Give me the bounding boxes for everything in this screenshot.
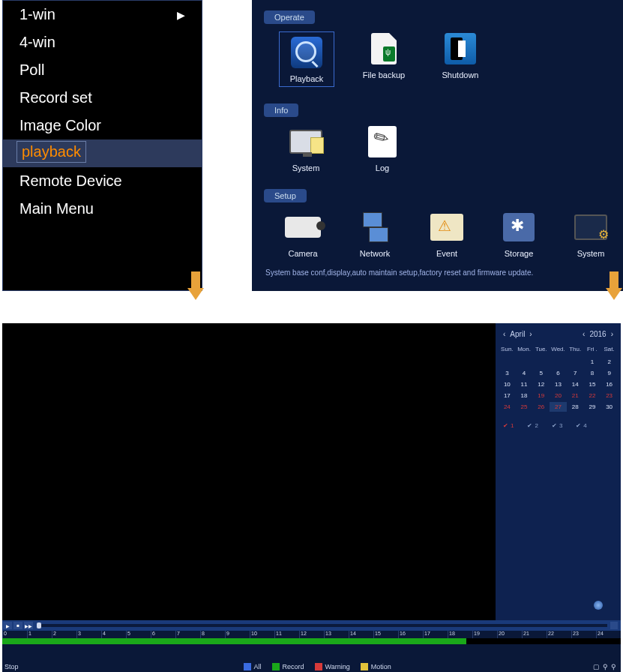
calendar-day[interactable]: 15 — [584, 380, 601, 389]
zoom-out-icon[interactable]: ⚲ — [611, 663, 616, 670]
calendar-day[interactable]: 6 — [550, 368, 567, 378]
seek-thumb[interactable] — [37, 622, 41, 628]
ruler-tick: 13 — [324, 631, 349, 638]
disc-icon[interactable] — [594, 601, 603, 610]
info-log-button[interactable]: Log — [355, 124, 409, 172]
calendar-day[interactable]: 4 — [516, 368, 533, 378]
calendar-day[interactable]: 14 — [567, 380, 584, 389]
ruler-hours: 0123456789101112131415161718192021222324 — [2, 631, 621, 638]
ruler-tick: 8 — [200, 631, 225, 638]
calendar-day[interactable]: 25 — [516, 402, 533, 412]
playback-video-area[interactable] — [2, 323, 496, 620]
next-month-button[interactable]: › — [529, 330, 532, 338]
next-year-button[interactable]: › — [611, 330, 613, 338]
ctx-item-remotedevice[interactable]: Remote Device — [3, 167, 202, 195]
ctx-item-4win[interactable]: 4-win — [3, 28, 202, 56]
ruler-tick: 6 — [151, 631, 175, 638]
calendar-day[interactable]: 9 — [601, 368, 618, 378]
setup-network-button[interactable]: Network — [348, 210, 402, 258]
ruler-tick: 23 — [571, 631, 596, 638]
calendar-day[interactable]: 11 — [516, 380, 533, 389]
dow-label: Sun. — [499, 344, 516, 356]
icon-label: Shutdown — [442, 70, 479, 80]
calendar-day[interactable]: 8 — [584, 368, 601, 378]
ctx-label: Record set — [19, 89, 92, 106]
ctx-item-imagecolor[interactable]: Image Color — [3, 112, 202, 140]
info-row: System Log — [252, 123, 623, 178]
calendar-day[interactable]: 26 — [532, 402, 550, 412]
calendar-day[interactable]: 10 — [499, 380, 516, 389]
calendar-day[interactable]: 27 — [550, 402, 567, 412]
calendar-day[interactable]: 18 — [516, 391, 533, 400]
calendar-day[interactable]: 16 — [601, 380, 618, 389]
calendar-day[interactable]: 28 — [567, 402, 584, 412]
calendar-day[interactable]: 3 — [499, 368, 516, 378]
calendar-day[interactable]: 2 — [601, 357, 618, 367]
ruler-tick: 14 — [349, 631, 373, 638]
setup-event-button[interactable]: Event — [420, 210, 474, 258]
calendar-day[interactable]: 5 — [532, 368, 550, 378]
ctx-item-recordset[interactable]: Record set — [3, 84, 202, 112]
calendar-day[interactable]: 7 — [567, 368, 584, 378]
prev-month-button[interactable]: ‹ — [503, 330, 505, 338]
channel-toggle[interactable]: ✔2 — [527, 422, 538, 429]
calendar-day[interactable]: 23 — [601, 391, 618, 400]
ruler-tick: 3 — [76, 631, 101, 638]
icon-label: File backup — [363, 70, 405, 80]
legend-all: All — [244, 663, 262, 671]
context-menu: 1-win ▶ 4-win Poll Record set Image Colo… — [2, 0, 202, 291]
calendar-day[interactable]: 30 — [601, 402, 618, 412]
ruler-tick: 24 — [596, 631, 621, 638]
calendar-day[interactable]: 21 — [567, 391, 584, 400]
calendar-day[interactable]: 13 — [550, 380, 567, 389]
channel-toggle[interactable]: ✔4 — [576, 422, 586, 429]
stop-button[interactable]: ■ — [13, 622, 22, 629]
calendar-day[interactable]: 29 — [584, 402, 601, 412]
setup-storage-button[interactable]: Storage — [492, 210, 546, 258]
ruler-tick: 0 — [2, 631, 27, 638]
ctx-label: 4-win — [19, 34, 55, 51]
ctx-label: 1-win — [19, 6, 55, 23]
channel-toggle[interactable]: ✔1 — [503, 422, 514, 429]
operate-filebackup-button[interactable]: File backup — [357, 32, 411, 80]
ctx-label: Remote Device — [19, 172, 122, 190]
calendar-header: ‹ April › ‹ 2016 › — [496, 323, 621, 344]
snapshot-button[interactable] — [610, 622, 618, 629]
step-button[interactable]: ▶▶ — [24, 622, 33, 629]
note-icon — [310, 137, 324, 154]
play-button[interactable]: ▶ — [3, 622, 12, 629]
ruler-bar[interactable] — [2, 638, 621, 644]
prev-year-button[interactable]: ‹ — [583, 330, 585, 338]
zoom-in-icon[interactable]: ⚲ — [603, 663, 608, 670]
calendar-day[interactable]: 19 — [532, 391, 550, 400]
calendar-day[interactable]: 1 — [584, 357, 601, 367]
calendar-day[interactable]: 22 — [584, 391, 601, 400]
operate-shutdown-button[interactable]: Shutdown — [433, 32, 487, 80]
calendar-day[interactable]: 24 — [499, 402, 516, 412]
section-tag-setup: Setup — [264, 189, 307, 202]
seek-track[interactable] — [37, 624, 607, 627]
operate-playback-button[interactable]: Playback — [279, 32, 334, 87]
ruler-tick: 12 — [299, 631, 324, 638]
ctx-item-poll[interactable]: Poll — [3, 56, 202, 84]
ctx-item-playback[interactable]: playback playback — [3, 140, 202, 167]
network-icon — [358, 212, 391, 242]
calendar-day[interactable]: 17 — [499, 391, 516, 400]
info-system-button[interactable]: System — [279, 124, 333, 172]
calendar-day[interactable]: 12 — [532, 380, 550, 389]
calendar-day[interactable]: 20 — [550, 391, 567, 400]
ruler-tick: 7 — [175, 631, 200, 638]
channel-row: ✔1✔2✔3✔4 — [496, 412, 621, 440]
month-nav: ‹ April › — [503, 330, 532, 338]
channel-toggle[interactable]: ✔3 — [552, 422, 562, 429]
ctx-item-mainmenu[interactable]: Main Menu — [3, 195, 202, 223]
event-icon — [430, 214, 463, 241]
fullscreen-icon[interactable]: ▢ — [593, 663, 600, 670]
ctx-item-1win[interactable]: 1-win ▶ — [3, 1, 202, 28]
setup-system-button[interactable]: System — [564, 210, 618, 258]
ruler-tick: 22 — [547, 631, 571, 638]
icon-label: Camera — [288, 249, 317, 258]
playback-controls: ▶ ■ ▶▶ — [2, 620, 621, 631]
legend-record: Record — [272, 663, 304, 671]
setup-camera-button[interactable]: Camera — [276, 210, 330, 258]
